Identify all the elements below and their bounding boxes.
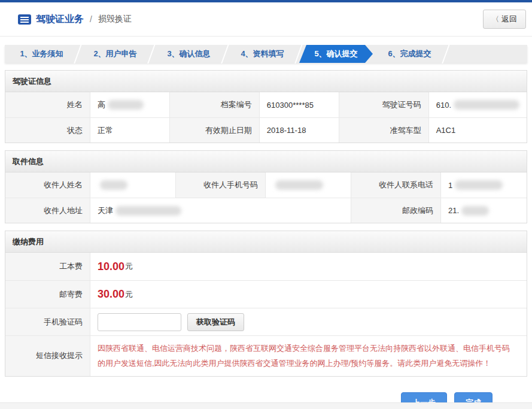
pickup-info-section: 取件信息 收件人姓名 收件人手机号码 收件人联系电话 1 收件人地址 天津 邮政… <box>5 150 527 223</box>
file-no-label: 档案编号 <box>170 92 260 117</box>
step-4-fill-data[interactable]: 4、资料填写 <box>226 45 299 63</box>
step-wizard: 1、业务须知 2、用户申告 3、确认信息 4、资料填写 5、确认提交 6、完成提… <box>5 45 527 63</box>
step-3-confirm-info[interactable]: 3、确认信息 <box>152 45 226 63</box>
back-button[interactable]: 〈 返回 <box>483 10 526 29</box>
status-value: 正常 <box>90 117 170 143</box>
redaction-blur <box>454 100 519 110</box>
sms-code-label: 手机验证码 <box>5 308 90 335</box>
back-chevron-icon: 〈 <box>492 14 499 25</box>
fee-unit: 元 <box>125 261 133 272</box>
sms-notice-label: 短信接收提示 <box>5 335 90 376</box>
expiry-label: 有效期止日期 <box>170 117 260 143</box>
page: 驾驶证业务 / 损毁换证 〈 返回 1、业务须知 2、用户申告 3、确认信息 4… <box>0 0 532 409</box>
license-info-section: 驾驶证信息 姓名 高 档案编号 610300****85 驾驶证号码 610. … <box>5 70 527 143</box>
status-label: 状态 <box>5 117 90 143</box>
license-info-title: 驾驶证信息 <box>5 71 527 92</box>
page-header: 驾驶证业务 / 损毁换证 〈 返回 <box>0 2 532 37</box>
fees-table: 工本费 10.00 元 邮寄费 30.00 元 手机验证码 获取验证码 短信接收… <box>5 253 527 376</box>
expiry-value: 2018-11-18 <box>260 117 339 143</box>
production-fee-amount: 10.00 <box>98 260 124 273</box>
recipient-phone-label: 收件人联系电话 <box>351 172 441 198</box>
sms-notice-row: 因陕西省联通、电信运营商技术问题，陕西省互联网交通安全综合服务管理平台无法向持陕… <box>90 335 527 376</box>
redaction-blur <box>100 180 127 190</box>
redaction-blur <box>455 180 503 190</box>
list-icon <box>18 14 31 25</box>
class-value: A1C1 <box>429 117 527 143</box>
postage-fee-value: 30.00 元 <box>90 280 527 308</box>
bottom-strip <box>0 402 532 409</box>
page-subtitle: 损毁换证 <box>98 14 132 25</box>
postcode-value: 21. <box>441 198 527 223</box>
address-value: 天津 <box>90 198 351 223</box>
recipient-name-value <box>90 172 176 198</box>
postage-fee-label: 邮寄费 <box>5 280 90 308</box>
sms-code-row: 获取验证码 <box>90 308 527 335</box>
redaction-blur <box>115 206 181 216</box>
sms-notice-text: 因陕西省联通、电信运营商技术问题，陕西省互联网交通安全综合服务管理平台无法向持陕… <box>98 340 519 372</box>
name-value: 高 <box>90 92 170 117</box>
address-label: 收件人地址 <box>5 198 90 223</box>
breadcrumb-separator: / <box>90 14 92 24</box>
fees-title: 缴纳费用 <box>5 231 527 253</box>
get-code-button[interactable]: 获取验证码 <box>187 313 244 331</box>
breadcrumb: 驾驶证业务 / 损毁换证 <box>18 13 132 26</box>
step-2-user-declaration[interactable]: 2、用户申告 <box>78 45 152 63</box>
license-no-value: 610. <box>429 92 527 117</box>
fees-section: 缴纳费用 工本费 10.00 元 邮寄费 30.00 元 手机验证码 获取验证码… <box>5 231 527 377</box>
production-fee-label: 工本费 <box>5 253 90 280</box>
pickup-info-table: 收件人姓名 收件人手机号码 收件人联系电话 1 收件人地址 天津 邮政编码 21… <box>5 172 527 223</box>
back-button-label: 返回 <box>501 14 517 25</box>
redaction-blur <box>461 206 489 216</box>
name-label: 姓名 <box>5 92 90 117</box>
recipient-mobile-value <box>266 172 351 198</box>
license-no-label: 驾驶证号码 <box>339 92 429 117</box>
page-title: 驾驶证业务 <box>36 13 84 26</box>
production-fee-value: 10.00 元 <box>90 253 527 280</box>
recipient-phone-value: 1 <box>441 172 527 198</box>
redaction-blur <box>275 180 323 190</box>
pickup-info-title: 取件信息 <box>5 151 527 172</box>
postage-fee-amount: 30.00 <box>98 288 124 301</box>
class-label: 准驾车型 <box>339 117 429 143</box>
recipient-mobile-label: 收件人手机号码 <box>176 172 266 198</box>
step-5-confirm-submit[interactable]: 5、确认提交 <box>299 45 373 63</box>
sms-code-input[interactable] <box>98 313 181 331</box>
redaction-blur <box>108 100 144 110</box>
step-6-complete-submit[interactable]: 6、完成提交 <box>373 45 446 63</box>
fee-unit: 元 <box>125 289 133 300</box>
postcode-label: 邮政编码 <box>351 198 441 223</box>
step-1-business-notice[interactable]: 1、业务须知 <box>5 45 78 63</box>
file-no-value: 610300****85 <box>260 92 339 117</box>
recipient-name-label: 收件人姓名 <box>5 172 90 198</box>
license-info-table: 姓名 高 档案编号 610300****85 驾驶证号码 610. 状态 正常 … <box>5 92 527 143</box>
